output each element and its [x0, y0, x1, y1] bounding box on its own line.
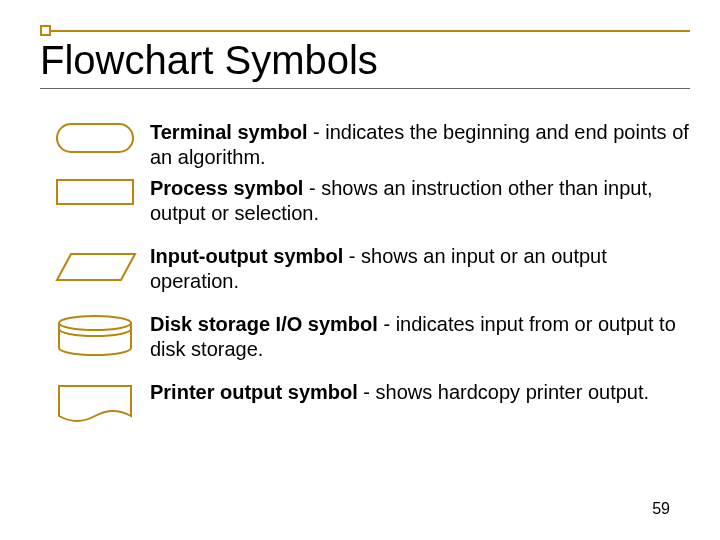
item-name: Input-output symbol	[150, 245, 343, 267]
item-name: Disk storage I/O symbol	[150, 313, 378, 335]
content-area: Terminal symbol - indicates the beginnin…	[55, 120, 690, 446]
terminal-symbol-icon	[55, 122, 135, 154]
page-number: 59	[652, 500, 670, 518]
item-name: Printer output symbol	[150, 381, 358, 403]
decorative-square-icon	[40, 25, 51, 36]
disk-storage-symbol-icon	[55, 314, 135, 358]
svg-rect-0	[57, 124, 133, 152]
item-row: Printer output symbol - shows hardcopy p…	[55, 380, 690, 428]
item-text: Disk storage I/O symbol - indicates inpu…	[150, 312, 690, 362]
top-rule	[48, 30, 690, 32]
title-underline	[40, 88, 690, 89]
slide-title: Flowchart Symbols	[40, 38, 690, 82]
item-row: Terminal symbol - indicates the beginnin…	[55, 120, 690, 170]
svg-rect-1	[57, 180, 133, 204]
item-desc: - shows hardcopy printer output.	[358, 381, 649, 403]
title-area: Flowchart Symbols	[40, 30, 690, 89]
item-row: Process symbol - shows an instruction ot…	[55, 176, 690, 226]
symbol-cell	[55, 380, 150, 428]
symbol-cell	[55, 176, 150, 212]
symbol-cell	[55, 120, 150, 158]
process-symbol-icon	[55, 178, 135, 208]
item-text: Terminal symbol - indicates the beginnin…	[150, 120, 690, 170]
symbol-cell	[55, 312, 150, 362]
slide: Flowchart Symbols Terminal symbol - indi…	[0, 0, 720, 540]
item-name: Process symbol	[150, 177, 303, 199]
symbol-cell	[55, 244, 150, 288]
svg-point-3	[59, 316, 131, 330]
item-row: Disk storage I/O symbol - indicates inpu…	[55, 312, 690, 362]
item-text: Input-output symbol - shows an input or …	[150, 244, 690, 294]
item-row: Input-output symbol - shows an input or …	[55, 244, 690, 294]
item-text: Printer output symbol - shows hardcopy p…	[150, 380, 690, 405]
svg-marker-2	[57, 254, 135, 280]
item-text: Process symbol - shows an instruction ot…	[150, 176, 690, 226]
io-symbol-icon	[55, 250, 139, 284]
item-name: Terminal symbol	[150, 121, 307, 143]
printer-output-symbol-icon	[55, 382, 135, 424]
